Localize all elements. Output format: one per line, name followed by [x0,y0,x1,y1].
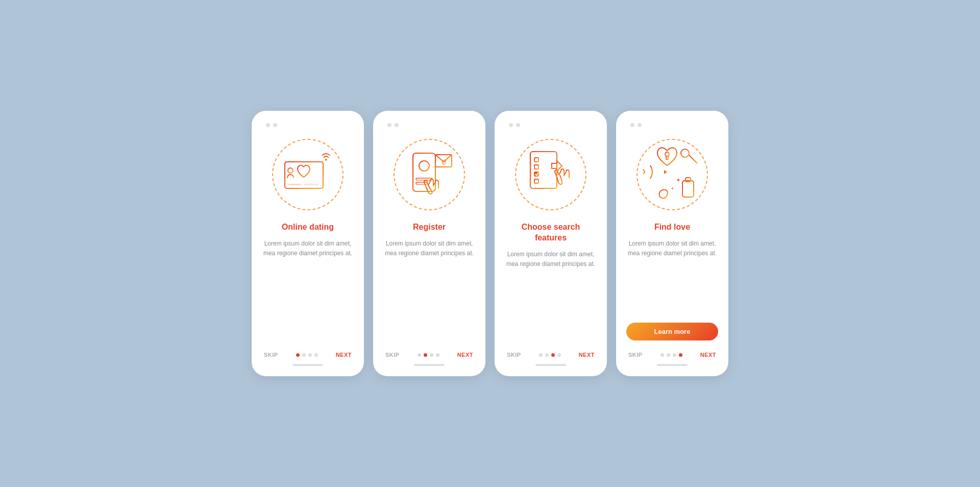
nav-dot-4 [557,353,561,357]
card-top-indicators [509,123,520,127]
svg-point-4 [288,168,293,173]
svg-rect-8 [413,153,435,191]
nav-dot-1 [296,353,300,357]
svg-point-23 [665,152,669,156]
card-2-body: Lorem ipsum dolor sit dim amet, mea regi… [383,239,475,346]
find-love-icon-area: ✦ ✦ [634,136,710,213]
card-4-dots [660,353,682,357]
card-1-bottom-bar [292,364,323,366]
nav-dot-2 [667,353,670,357]
top-dot-1 [509,123,513,127]
card-4-bottom-bar [657,364,688,366]
register-icon-area: @ [391,136,468,213]
card-2-dots [418,353,439,357]
svg-rect-17 [534,165,538,169]
card-4-body: Lorem ipsum dolor sit dim amet, mea regi… [626,239,718,315]
online-dating-icon-area [270,136,346,213]
top-dot-1 [387,123,391,127]
svg-point-9 [419,161,429,171]
card-1-dots [296,353,318,357]
nav-dot-1 [418,353,421,357]
svg-rect-21 [534,179,538,183]
card-find-love: ✦ ✦ Find love Lorem ipsum dolor sit dim … [616,111,728,376]
nav-dot-2 [545,353,549,357]
card-4-nav: SKIP NEXT [626,352,718,358]
svg-rect-15 [534,158,538,162]
nav-dot-1 [660,353,664,357]
card-3-body: Lorem ipsum dolor sit dim amet, mea regi… [505,250,597,346]
card-1-title: Online dating [282,222,334,233]
top-dot-2 [273,123,277,127]
card-3-skip[interactable]: SKIP [507,352,521,358]
card-2-skip[interactable]: SKIP [385,352,400,358]
nav-dot-3 [551,353,555,357]
svg-rect-11 [416,182,427,184]
search-icon-area [512,136,589,213]
find-love-illustration: ✦ ✦ [639,144,705,205]
card-1-next[interactable]: NEXT [336,352,352,358]
card-2-title: Register [413,222,446,233]
nav-dot-3 [430,353,433,357]
nav-dot-3 [308,353,312,357]
svg-point-5 [325,159,327,161]
learn-more-button[interactable]: Learn more [626,323,718,340]
card-3-title: Choose search features [505,222,597,243]
card-top-indicators [266,123,277,127]
top-dot-2 [516,123,520,127]
nav-dot-4 [679,353,682,357]
card-1-skip[interactable]: SKIP [264,352,278,358]
nav-dot-2 [424,353,427,357]
card-4-title: Find love [654,222,690,233]
svg-marker-30 [664,170,667,174]
online-dating-illustration [277,147,338,203]
card-2-bottom-bar [414,364,445,366]
card-top-indicators [630,123,642,127]
svg-line-25 [689,155,697,163]
card-4-next[interactable]: NEXT [700,352,716,358]
card-3-bottom-bar [535,364,566,366]
top-dot-2 [395,123,399,127]
card-3-next[interactable]: NEXT [579,352,595,358]
register-illustration: @ [399,145,460,204]
nav-dot-2 [302,353,306,357]
card-2-next[interactable]: NEXT [457,352,473,358]
svg-text:✦: ✦ [671,186,674,191]
svg-point-24 [681,149,689,157]
svg-rect-7 [304,184,319,185]
card-register: @ Register Lorem ipsum dolor sit dim ame… [373,111,485,376]
card-3-dots [539,353,561,357]
cards-container: Online dating Lorem ipsum dolor sit dim … [252,111,728,376]
nav-dot-1 [539,353,543,357]
svg-text:✦: ✦ [676,177,681,184]
svg-rect-31 [682,181,694,197]
card-choose-search: Choose search features Lorem ipsum dolor… [495,111,607,376]
card-1-nav: SKIP NEXT [262,352,354,358]
svg-rect-10 [416,178,432,180]
svg-text:@: @ [442,159,447,165]
nav-dot-4 [314,353,318,357]
card-top-indicators [387,123,399,127]
top-dot-1 [630,123,634,127]
nav-dot-3 [673,353,676,357]
card-online-dating: Online dating Lorem ipsum dolor sit dim … [252,111,364,376]
card-1-body: Lorem ipsum dolor sit dim amet, mea regi… [262,239,354,346]
search-illustration [520,145,581,204]
nav-dot-4 [436,353,439,357]
card-3-nav: SKIP NEXT [505,352,597,358]
top-dot-1 [266,123,270,127]
top-dot-2 [638,123,642,127]
card-2-nav: SKIP NEXT [383,352,475,358]
card-4-skip[interactable]: SKIP [628,352,643,358]
svg-rect-6 [288,184,301,185]
